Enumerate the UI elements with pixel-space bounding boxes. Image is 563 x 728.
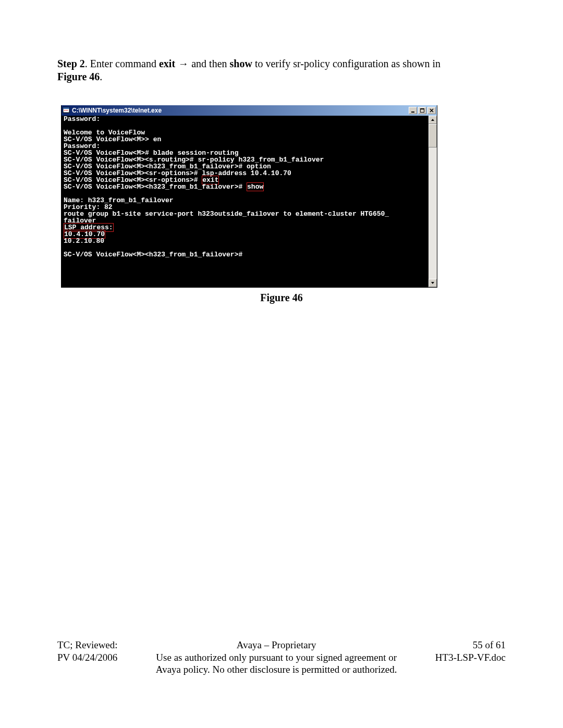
term-line: Password: — [64, 116, 100, 123]
footer-left: TC; Reviewed: PV 04/24/2006 — [57, 639, 118, 676]
footer-legal-1: Use as authorized only pursuant to your … — [118, 651, 435, 664]
svg-rect-4 — [411, 112, 414, 113]
minimize-button[interactable] — [409, 107, 417, 114]
footer-legal-2: Avaya policy. No other disclosure is per… — [118, 663, 435, 676]
step-text-2: and then — [191, 58, 229, 69]
vertical-scrollbar[interactable] — [429, 116, 437, 287]
term-line: 10.2.10.80 — [64, 237, 104, 245]
step-number: Step 2 — [57, 58, 85, 69]
scroll-up-button[interactable] — [429, 116, 437, 124]
step-instruction: Step 2. Enter command exit → and then sh… — [57, 57, 506, 83]
step-cmd-exit: exit — [159, 58, 175, 69]
scroll-down-button[interactable] — [429, 279, 437, 287]
term-line: SC-V/OS VoiceFlow<M><h323_from_b1_failov… — [64, 251, 242, 258]
terminal-output: Password: Welcome to VoiceFlow SC-V/OS V… — [62, 116, 429, 287]
term-line: route group b1-site service-port h323out… — [64, 210, 389, 218]
scrollbar-track[interactable] — [429, 124, 437, 279]
svg-marker-9 — [431, 119, 434, 121]
step-text-1: . Enter command — [85, 58, 159, 69]
term-line: SC-V/OS VoiceFlow<M><h323_from_b1_failov… — [64, 183, 247, 191]
telnet-window: C:\WINNT\system32\telnet.exe Password: W… — [61, 105, 437, 288]
footer-reviewed: TC; Reviewed: — [57, 639, 118, 651]
figure-caption: Figure 46 — [57, 292, 506, 304]
footer-date: PV 04/24/2006 — [57, 651, 118, 664]
svg-marker-10 — [431, 282, 434, 284]
step-dot: . — [100, 71, 102, 82]
window-title: C:\WINNT\system32\telnet.exe — [72, 107, 409, 114]
svg-rect-3 — [66, 110, 68, 110]
svg-rect-2 — [64, 110, 66, 110]
footer-page-number: 55 of 61 — [435, 639, 506, 651]
footer-right: 55 of 61 HT3-LSP-VF.doc — [435, 639, 506, 676]
footer-proprietary: Avaya – Proprietary — [118, 639, 435, 651]
step-figref: Figure 46 — [57, 71, 100, 82]
page-footer: TC; Reviewed: PV 04/24/2006 Avaya – Prop… — [57, 639, 506, 676]
arrow-icon: → — [175, 58, 191, 69]
svg-rect-6 — [420, 108, 424, 109]
step-cmd-show: show — [230, 58, 252, 69]
scrollbar-thumb[interactable] — [429, 124, 437, 147]
footer-filename: HT3-LSP-VF.doc — [435, 651, 506, 664]
close-button[interactable] — [427, 107, 436, 114]
svg-rect-1 — [63, 107, 69, 109]
window-titlebar: C:\WINNT\system32\telnet.exe — [62, 105, 437, 116]
maximize-button[interactable] — [418, 107, 426, 114]
step-text-3: to verify sr-policy configuration as sho… — [252, 58, 440, 69]
highlight-show: show — [247, 182, 264, 191]
app-icon — [63, 107, 70, 114]
footer-center: Avaya – Proprietary Use as authorized on… — [118, 639, 435, 676]
